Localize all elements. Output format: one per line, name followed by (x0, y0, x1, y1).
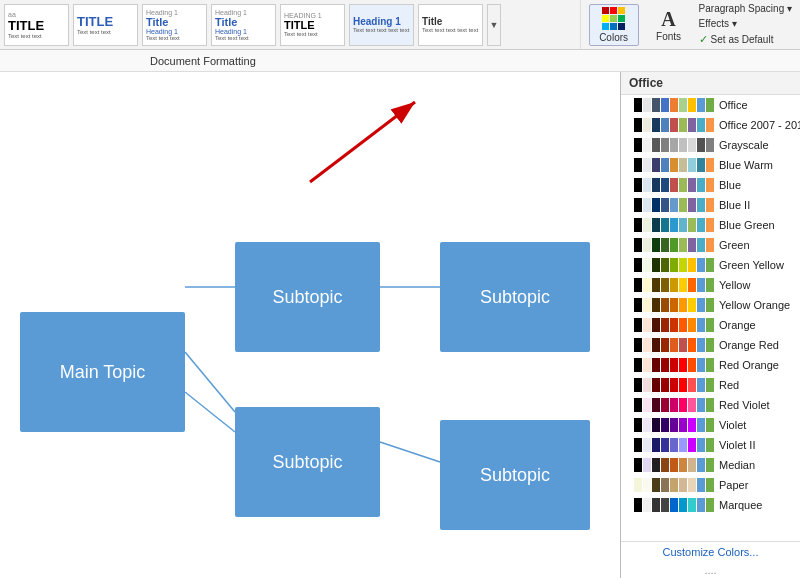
swatch (679, 158, 687, 172)
color-swatches (625, 418, 714, 432)
swatch (625, 198, 633, 212)
swatch (697, 278, 705, 292)
color-swatches (625, 458, 714, 472)
swatch (679, 398, 687, 412)
color-row-item[interactable]: Median (621, 455, 800, 475)
color-row-item[interactable]: Orange (621, 315, 800, 335)
color-row-item[interactable]: Red Violet (621, 395, 800, 415)
color-row-item[interactable]: Violet II (621, 435, 800, 455)
style-thumb-heading2[interactable]: Heading 1 Title Heading 1 Text text text (211, 4, 276, 46)
color-theme-name: Office (719, 99, 748, 111)
swatch (643, 218, 651, 232)
set-default-button[interactable]: ✓ Set as Default (699, 33, 774, 46)
format-bar-label: Document Formatting (150, 55, 256, 67)
subtopic1-label: Subtopic (272, 287, 342, 308)
swatch (652, 398, 660, 412)
main-topic-box: Main Topic (20, 312, 185, 432)
swatch (670, 118, 678, 132)
swatch (643, 478, 651, 492)
swatch (688, 398, 696, 412)
colors-button[interactable]: Colors (589, 4, 639, 46)
scroll-down-arrow[interactable]: ▼ (487, 4, 501, 46)
color-theme-name: Red (719, 379, 739, 391)
swatch (652, 298, 660, 312)
colors-list[interactable]: OfficeOffice 2007 - 2010GrayscaleBlue Wa… (621, 95, 800, 541)
paragraph-spacing-button[interactable]: Paragraph Spacing ▾ (699, 3, 792, 14)
color-row-item[interactable]: Red Orange (621, 355, 800, 375)
color-row-item[interactable]: Blue (621, 175, 800, 195)
swatch (661, 98, 669, 112)
swatch (670, 418, 678, 432)
swatch (697, 198, 705, 212)
swatch (634, 398, 642, 412)
swatch (661, 278, 669, 292)
swatch (625, 438, 633, 452)
swatch (697, 138, 705, 152)
swatch (679, 458, 687, 472)
swatch (688, 218, 696, 232)
swatch (652, 358, 660, 372)
swatch (697, 458, 705, 472)
subtopic1-box: Subtopic (235, 242, 380, 352)
color-row-item[interactable]: Orange Red (621, 335, 800, 355)
effects-button[interactable]: Effects ▾ (699, 18, 737, 29)
color-theme-name: Paper (719, 479, 748, 491)
color-row-item[interactable]: Blue II (621, 195, 800, 215)
style-thumb-normal[interactable]: aa TITLE Text text text (4, 4, 69, 46)
style-thumb-heading1[interactable]: Heading 1 Title Heading 1 Text text text (142, 4, 207, 46)
swatch (697, 418, 705, 432)
color-row-item[interactable]: Green Yellow (621, 255, 800, 275)
svg-line-3 (380, 442, 440, 462)
swatch (643, 498, 651, 512)
swatch (634, 198, 642, 212)
style-thumb-heading3[interactable]: HEADING 1 TITLE Text text text (280, 4, 345, 46)
colors-panel: Office OfficeOffice 2007 - 2010Grayscale… (620, 72, 800, 578)
canvas: Main Topic Subtopic Subtopic Subtopic Su… (0, 72, 620, 578)
swatch (706, 298, 714, 312)
colors-label: Colors (599, 32, 628, 43)
styles-area: aa TITLE Text text text TITLE Text text … (0, 0, 580, 49)
color-theme-name: Red Orange (719, 359, 779, 371)
swatch (688, 278, 696, 292)
swatch (661, 498, 669, 512)
color-row-item[interactable]: Blue Green (621, 215, 800, 235)
customize-colors-button[interactable]: Customize Colors... (621, 541, 800, 562)
swatch (625, 458, 633, 472)
color-row-item[interactable]: Red (621, 375, 800, 395)
color-row-item[interactable]: Office (621, 95, 800, 115)
swatch (625, 398, 633, 412)
color-row-item[interactable]: Paper (621, 475, 800, 495)
color-row-item[interactable]: Yellow Orange (621, 295, 800, 315)
swatch (661, 118, 669, 132)
checkmark-icon: ✓ (699, 33, 708, 46)
swatch (670, 318, 678, 332)
color-row-item[interactable]: Yellow (621, 275, 800, 295)
fonts-icon: A (661, 8, 675, 31)
color-row-item[interactable]: Green (621, 235, 800, 255)
colors-icon (602, 7, 625, 30)
swatch (652, 418, 660, 432)
swatch (697, 478, 705, 492)
style-thumb-blue[interactable]: Heading 1 Text text text text text (349, 4, 414, 46)
color-swatches (625, 98, 714, 112)
fonts-button[interactable]: A Fonts (647, 6, 691, 44)
swatch (625, 138, 633, 152)
swatch (670, 498, 678, 512)
swatch (670, 218, 678, 232)
color-row-item[interactable]: Blue Warm (621, 155, 800, 175)
color-row-item[interactable]: Violet (621, 415, 800, 435)
swatch (679, 358, 687, 372)
style-thumb-title[interactable]: TITLE Text text text (73, 4, 138, 46)
color-theme-name: Red Violet (719, 399, 770, 411)
swatch (706, 218, 714, 232)
swatch (697, 358, 705, 372)
style-thumb-plain[interactable]: Title Text text text text text (418, 4, 483, 46)
swatch (661, 478, 669, 492)
color-row-item[interactable]: Grayscale (621, 135, 800, 155)
swatch (688, 318, 696, 332)
color-row-item[interactable]: Office 2007 - 2010 (621, 115, 800, 135)
color-row-item[interactable]: Marquee (621, 495, 800, 515)
swatch (706, 138, 714, 152)
swatch (634, 138, 642, 152)
swatch (679, 298, 687, 312)
